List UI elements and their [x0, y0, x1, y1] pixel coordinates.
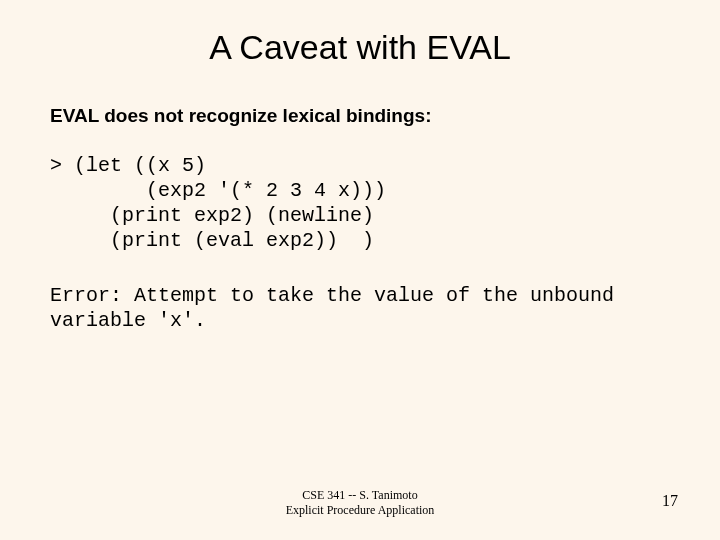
slide: A Caveat with EVAL EVAL does not recogni… — [0, 0, 720, 540]
code-block: > (let ((x 5) (exp2 '(* 2 3 4 x))) (prin… — [50, 153, 670, 253]
footer-line-2: Explicit Procedure Application — [0, 503, 720, 518]
slide-title: A Caveat with EVAL — [50, 28, 670, 67]
page-number: 17 — [662, 492, 678, 510]
intro-text: EVAL does not recognize lexical bindings… — [50, 105, 670, 127]
error-message: Error: Attempt to take the value of the … — [50, 283, 670, 333]
footer-line-1: CSE 341 -- S. Tanimoto — [0, 488, 720, 503]
slide-footer: CSE 341 -- S. Tanimoto Explicit Procedur… — [0, 488, 720, 518]
